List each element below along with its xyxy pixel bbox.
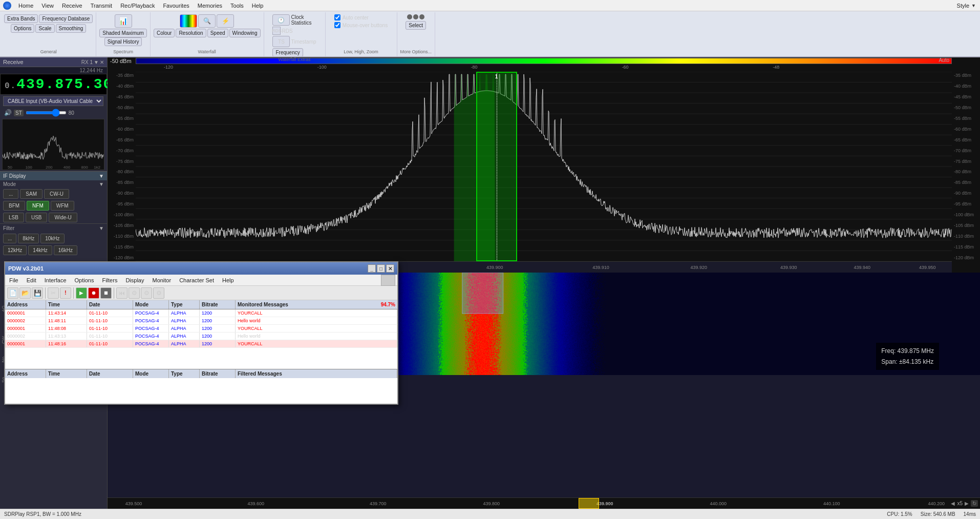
pdw-tb-rec-red[interactable]: ⏺: [88, 287, 99, 299]
pdw-minimize[interactable]: _: [368, 264, 376, 273]
signal-history-button[interactable]: Signal History: [104, 37, 142, 46]
bot-freq-8: 440.200: [928, 501, 945, 506]
pdw-tb-new[interactable]: 📄: [7, 287, 18, 299]
pdw-menu-options[interactable]: Options: [71, 276, 98, 284]
smoothing-button[interactable]: Smoothing: [56, 24, 87, 33]
pdw-close[interactable]: ✕: [386, 264, 394, 273]
resolution-icon[interactable]: 🔍: [198, 14, 216, 28]
menu-favourites[interactable]: Favourites: [159, 2, 193, 10]
menu-home[interactable]: Home: [14, 2, 37, 10]
filter-row-1: ... 8kHz 10kHz: [0, 233, 107, 244]
auto-center-check[interactable]: [334, 14, 340, 20]
options-button[interactable]: Options: [11, 24, 34, 33]
filter-header: Filter ▼: [0, 223, 107, 233]
frequency-button[interactable]: Frequency: [272, 48, 303, 57]
resolution-button[interactable]: Resolution: [176, 29, 206, 37]
pdw-menu-display[interactable]: Display: [121, 276, 148, 284]
mouse-over-check[interactable]: [334, 22, 340, 28]
rx-dropdown[interactable]: ▼: [94, 59, 99, 65]
clock-label: Clock: [291, 14, 311, 20]
pdw-maximize[interactable]: □: [377, 264, 385, 273]
mode-expand[interactable]: ▼: [99, 181, 104, 187]
rx-close[interactable]: ✕: [100, 59, 104, 65]
filter-10k[interactable]: 10kHz: [40, 234, 64, 243]
shaded-maximum-button[interactable]: Shaded Maximum: [99, 29, 147, 37]
mode-wideu[interactable]: Wide-U: [49, 213, 77, 222]
row5-type: ALPHA: [169, 340, 200, 347]
zoom-icon2[interactable]: ▶: [965, 501, 969, 506]
menu-help[interactable]: Help: [248, 2, 268, 10]
pdw-tb-rewind[interactable]: ⏮: [116, 287, 127, 299]
select-button[interactable]: Select: [406, 21, 426, 30]
timestamp-icon[interactable]: TS: [272, 36, 290, 47]
menu-receive[interactable]: Receive: [58, 2, 87, 10]
pdw-tb-settings3[interactable]: ⚙: [153, 287, 164, 299]
filter-ellipsis[interactable]: ...: [3, 234, 16, 243]
zoom-icon1[interactable]: ◀: [951, 501, 955, 506]
pdw-tb-stop[interactable]: ⏹: [100, 287, 112, 299]
pdw-filter-col-messages: Filtered Messages: [236, 369, 397, 378]
filter-14k[interactable]: 14kHz: [28, 245, 52, 255]
audio-input-select[interactable]: CABLE Input (VB-Audio Virtual Cable): [3, 96, 103, 106]
audio-icon[interactable]: 🔊: [4, 109, 12, 116]
menu-transmit[interactable]: Transmit: [87, 2, 116, 10]
pdw-tb-settings1[interactable]: ⚙: [129, 287, 140, 299]
mode-sam[interactable]: SAM: [20, 189, 42, 199]
pdw-tb-cut[interactable]: ✂: [48, 287, 59, 299]
pdw-menu-edit[interactable]: Edit: [23, 276, 40, 284]
stereo-icon[interactable]: ST: [14, 110, 24, 116]
toolbar-group-lhz: Auto center Mouse-over buttons Low, High…: [326, 12, 397, 56]
pdw-menu-charset[interactable]: Character Set: [175, 276, 218, 284]
mode-ellipsis[interactable]: ...: [3, 189, 18, 199]
shaded-icon[interactable]: 📊: [115, 14, 132, 28]
pdw-menu-monitor[interactable]: Monitor: [148, 276, 175, 284]
style-dropdown[interactable]: ▼: [971, 3, 976, 8]
pdw-tb-rec-green[interactable]: ▶: [76, 287, 87, 299]
pdw-menu-file[interactable]: File: [5, 276, 23, 284]
bot-freq-3: 439.700: [370, 501, 387, 506]
pdw-tb-info[interactable]: !: [60, 287, 71, 299]
pdw-tb-open[interactable]: 📂: [19, 287, 31, 299]
mode-lsb[interactable]: LSB: [3, 213, 24, 222]
filter-12k[interactable]: 12kHz: [3, 245, 27, 255]
pdw-titlebar: PDW v3.2b01 _ □ ✕: [5, 262, 397, 275]
pdw-tb-save[interactable]: 💾: [32, 287, 43, 299]
mode-usb[interactable]: USB: [26, 213, 48, 222]
menu-memories[interactable]: Memories: [194, 2, 226, 10]
filter-expand[interactable]: ▼: [99, 225, 104, 231]
filter-16k[interactable]: 16kHz: [54, 245, 77, 255]
mode-nfm[interactable]: NFM: [27, 201, 49, 211]
mode-wfm[interactable]: WFM: [51, 201, 74, 211]
rds-label[interactable]: RDS: [282, 28, 292, 34]
filter-8k[interactable]: 8kHz: [18, 234, 39, 243]
pdw-tb-settings2[interactable]: ⚙: [141, 287, 152, 299]
scale-button[interactable]: Scale: [35, 24, 54, 33]
freq-database-button[interactable]: Frequency Database: [39, 14, 93, 23]
volume-slider[interactable]: [26, 111, 67, 114]
mode-bfm[interactable]: BFM: [3, 201, 25, 211]
pdw-menu-help[interactable]: Help: [218, 276, 238, 284]
freq-439900: 439.900: [486, 265, 503, 270]
row2-date: 01-11-10: [87, 317, 133, 324]
row1-type: ALPHA: [169, 309, 200, 317]
row1-address: 0000001: [5, 309, 46, 317]
colour-icon[interactable]: [180, 14, 197, 28]
pdw-menu-interface[interactable]: Interface: [40, 276, 71, 284]
extra-bands-button[interactable]: Extra Bands: [4, 14, 38, 23]
row2-time: 11:48:11: [46, 317, 87, 324]
table-row: 0000001 11:48:16 01-11-10 POCSAG-4 ALPHA…: [5, 340, 397, 348]
zoom-refresh[interactable]: ↻: [971, 500, 978, 507]
pdw-menu-filters[interactable]: Filters: [98, 276, 121, 284]
menu-tools[interactable]: Tools: [226, 2, 248, 10]
speed-button[interactable]: Speed: [207, 29, 228, 37]
if-display-toggle[interactable]: ▼: [99, 173, 104, 179]
row3-bitrate: 1200: [200, 325, 236, 332]
mode-cwu[interactable]: CW-U: [44, 189, 69, 199]
clock-icon[interactable]: 🕐: [272, 14, 290, 26]
menu-recplayback[interactable]: Rec/Playback: [116, 2, 159, 10]
menu-view[interactable]: View: [37, 2, 58, 10]
table-row: 0000002 11:48:11 01-11-10 POCSAG-4 ALPHA…: [5, 317, 397, 325]
colour-button[interactable]: Colour: [154, 29, 175, 37]
speed-icon[interactable]: ⚡: [217, 14, 234, 28]
windowing-button[interactable]: Windowing: [229, 29, 261, 37]
